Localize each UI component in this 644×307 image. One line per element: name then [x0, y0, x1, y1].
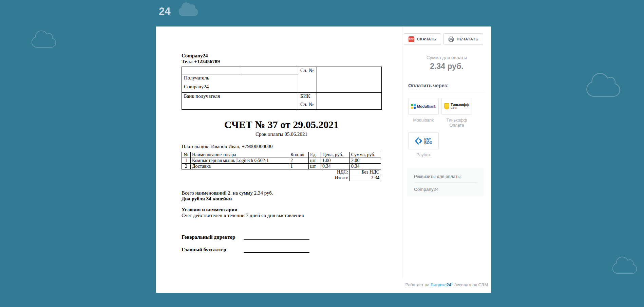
amount-caption: Сумма для оплаты: [402, 55, 491, 60]
cloud-outline-icon: [584, 71, 622, 98]
bik-cell: БИК Сч. №: [298, 93, 317, 110]
divider: [408, 92, 485, 92]
items-header-row: № Наименование товара Кол-во Ед. Цена, р…: [182, 152, 381, 158]
tinkoff-tile[interactable]: Тинькофф Банк: [441, 98, 472, 115]
recipient-label: Получатель: [184, 75, 296, 81]
invoice-document: Company24 Тел.: +123456789 Сч. № Получат…: [182, 53, 381, 253]
amount-in-words: Два рубля 34 копейки: [182, 196, 381, 202]
item-cell: 1: [182, 158, 191, 164]
recipient-cell: Получатель Company24: [182, 74, 298, 93]
bitrix24-logo-text: 24: [159, 5, 170, 18]
terms-text: Счет действителен в течении 7 дней со дн…: [182, 213, 381, 218]
vat-label: НДС:: [321, 169, 350, 175]
item-cell: Компьютерная мышь Logitech G502-1: [191, 158, 289, 164]
item-cell: 1: [289, 164, 309, 169]
account-number-label: Сч. №: [300, 102, 315, 107]
bitrix24-link[interactable]: Битрикс: [431, 283, 447, 287]
cloud-outline-icon: [31, 29, 57, 49]
item-row: 2Доставка1шт0.340.34: [182, 164, 381, 169]
company-phone: Тел.: +123456789: [182, 59, 381, 65]
invoice-payer: Плательщик: Иванов Иван, +79000000000: [182, 144, 381, 149]
requisites-title: Реквизиты для оплаты:: [414, 174, 477, 179]
bitrix24-link[interactable]: 24: [447, 283, 451, 287]
vat-value: Без НДС: [350, 169, 381, 175]
col-header-qty: Кол-во: [289, 152, 309, 158]
vat-row: НДС: Без НДС: [182, 169, 381, 175]
bank-cell-empty: [240, 67, 298, 74]
items-body: 1Компьютерная мышь Logitech G502-12шт1.0…: [182, 158, 381, 169]
bank-cell-empty: [182, 67, 240, 74]
total-value: 2.34: [350, 175, 381, 181]
item-cell: Доставка: [191, 164, 289, 169]
footer-prefix: Работает на: [405, 283, 431, 287]
method-caption: Paybox: [416, 152, 431, 158]
payment-method-modulbank[interactable]: Modulbank Modulbank: [408, 98, 439, 128]
invoice-title: СЧЕТ № 37 от 29.05.2021: [182, 119, 381, 130]
recipient-value: Company24: [184, 84, 296, 90]
item-cell: шт: [309, 164, 321, 169]
bank-name-label: Банк получателя: [182, 93, 298, 110]
item-cell: шт: [309, 158, 321, 164]
printer-icon: [448, 36, 454, 42]
col-header-price: Цена, руб.: [321, 152, 350, 158]
payment-sidebar: PDF СКАЧАТЬ ПЕЧАТАТЬ Сумма для оплаты 2.…: [402, 26, 491, 293]
item-cell: 2: [182, 164, 191, 169]
print-button-label: ПЕЧАТАТЬ: [457, 37, 478, 41]
summary-line: Всего наименований 2, на сумму 2.34 руб.: [182, 190, 381, 196]
bank-requisites-table: Сч. № Получатель Company24 Банк получате…: [182, 67, 382, 110]
total-label: Итого:: [321, 175, 350, 181]
paybox-icon: [415, 137, 423, 145]
cloud-icon: [178, 1, 199, 17]
account-number-value: [317, 67, 382, 93]
col-header-sum: Сумма, руб.: [350, 152, 381, 158]
account-number-label: Сч. №: [298, 67, 317, 93]
company-name: Company24: [182, 53, 381, 59]
method-caption: Modulbank: [413, 118, 434, 123]
invoice-due-date: Срок оплаты 05.06.2021: [182, 131, 381, 137]
signature-row: Главный бухгалтер: [182, 247, 381, 253]
requisites-box: Реквизиты для оплаты: Company24: [407, 168, 484, 196]
cloud-outline-icon: [611, 255, 639, 275]
print-button[interactable]: ПЕЧАТАТЬ: [443, 33, 483, 45]
signature-row: Генеральный директор: [182, 234, 381, 240]
item-cell: 0.34: [321, 164, 350, 169]
item-cell: 2.00: [350, 158, 381, 164]
accountant-label: Главный бухгалтер: [182, 247, 243, 253]
download-button[interactable]: PDF СКАЧАТЬ: [404, 33, 441, 45]
bik-value: [317, 93, 382, 110]
footer-suffix: бесплатная CRM: [453, 283, 488, 287]
col-header-name: Наименование товара: [191, 152, 289, 158]
items-table: № Наименование товара Кол-во Ед. Цена, р…: [182, 152, 381, 181]
item-row: 1Компьютерная мышь Logitech G502-12шт1.0…: [182, 158, 381, 164]
item-cell: 2: [289, 158, 309, 164]
payment-methods: Modulbank Modulbank Тинькофф Банк Тинько…: [408, 98, 486, 162]
requisites-company: Company24: [414, 187, 477, 192]
pay-via-label: Оплатить через:: [408, 83, 449, 88]
modulbank-icon: [411, 104, 416, 109]
tinkoff-crest-icon: [444, 103, 449, 109]
item-cell: 1.00: [321, 158, 350, 164]
tinkoff-logo-text: Тинькофф Банк: [451, 103, 469, 110]
invoice-card: Company24 Тел.: +123456789 Сч. № Получат…: [156, 26, 491, 293]
method-caption: Тинькофф Оплата: [441, 118, 472, 128]
modulbank-tile[interactable]: Modulbank: [408, 98, 439, 115]
payment-method-tinkoff[interactable]: Тинькофф Банк Тинькофф Оплата: [441, 98, 472, 128]
paybox-money-text: money: [424, 139, 427, 145]
pdf-icon: PDF: [409, 36, 414, 42]
amount-value: 2.34 руб.: [402, 62, 491, 71]
col-header-num: №: [182, 152, 191, 158]
item-cell: 0.34: [350, 164, 381, 169]
divider: [414, 182, 477, 183]
powered-by-footer: Работает на Битрикс24© бесплатная CRM: [402, 282, 491, 287]
signature-line: [244, 247, 309, 253]
director-label: Генеральный директор: [182, 234, 243, 240]
bik-label: БИК: [300, 93, 315, 99]
download-button-label: СКАЧАТЬ: [417, 37, 436, 41]
terms-title: Условия и комментарии: [182, 207, 381, 213]
modulbank-logo-text: Modulbank: [417, 104, 436, 108]
payment-method-paybox[interactable]: PAY BOX money Paybox: [408, 132, 439, 158]
col-header-unit: Ед.: [309, 152, 321, 158]
signature-line: [244, 235, 309, 240]
toolbar: PDF СКАЧАТЬ ПЕЧАТАТЬ: [404, 33, 483, 45]
paybox-tile[interactable]: PAY BOX money: [408, 132, 439, 149]
